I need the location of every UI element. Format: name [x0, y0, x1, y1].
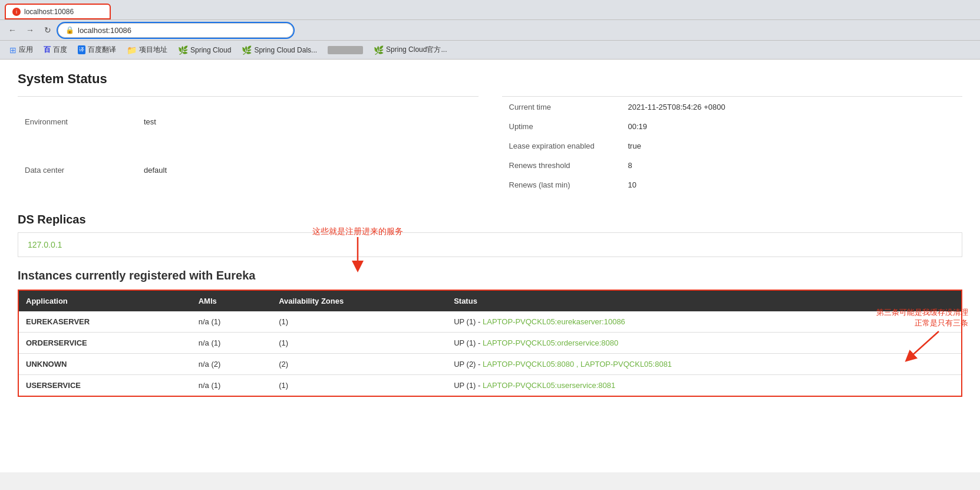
table-row: Current time 2021-11-25T08:54:26 +0800 [503, 98, 962, 116]
renews-threshold-label: Renews threshold [503, 156, 621, 175]
status-text: UP (1) - [454, 338, 483, 347]
address-bar[interactable]: 🔒 localhost:10086 [58, 23, 293, 38]
datacenter-label: Data center [19, 147, 137, 195]
lock-icon: 🔒 [65, 26, 74, 34]
active-tab[interactable]: i localhost:10086 [5, 4, 111, 19]
right-annotations: 第三条可能是我缓存没清理 正常是只有三条 [876, 307, 968, 364]
annotation-registered-text: 这些就是注册进来的服务 [312, 226, 403, 237]
bookmark-spring-cloud-official[interactable]: 🌿 Spring Cloud官方... [369, 43, 451, 57]
instances-table: Application AMIs Availability Zones Stat… [19, 291, 961, 396]
renews-lastmin-label: Renews (last min) [503, 176, 621, 194]
refresh-button[interactable]: ↻ [40, 22, 55, 38]
left-status-table: Environment test Data center default [18, 96, 479, 195]
browser-nav: ← → ↻ 🔒 localhost:10086 [0, 20, 980, 41]
env-label: Environment [19, 98, 137, 146]
table-row: ORDERSERVICE n/a (1) (1) UP (1) - LAPTOP… [19, 333, 961, 354]
env-value: test [138, 98, 477, 146]
translate-icon: 译 [78, 45, 85, 54]
ds-replicas-box: 127.0.0.1 [18, 232, 962, 257]
table-row: UNKNOWN n/a (2) (2) UP (2) - LAPTOP-PVQC… [19, 354, 961, 375]
renews-threshold-value: 8 [622, 156, 962, 175]
bookmark-translate[interactable]: 译 百度翻译 [73, 43, 121, 57]
current-time-label: Current time [503, 98, 621, 116]
replica-ip: 127.0.0.1 [28, 240, 62, 249]
app-amis: n/a (1) [192, 311, 272, 333]
app-name: USERSERVICE [19, 375, 192, 396]
bookmark-apps-label: 应用 [19, 45, 33, 55]
status-text: UP (1) - [454, 381, 483, 390]
col-amis: AMIs [192, 291, 272, 311]
grid-icon: ⊞ [9, 45, 17, 55]
col-application: Application [19, 291, 192, 311]
app-zones: (2) [272, 354, 447, 375]
annotation-arrow2 [903, 328, 951, 364]
table-row: Lease expiration enabled true [503, 137, 962, 155]
bookmark-spring-cloud-dals-label: Spring Cloud Dals... [254, 46, 317, 54]
instances-section: Application AMIs Availability Zones Stat… [18, 290, 962, 397]
table-row: Uptime 00:19 [503, 117, 962, 136]
address-url: localhost:10086 [78, 26, 131, 35]
app-zones: (1) [272, 333, 447, 354]
spring-icon-1: 🌿 [178, 45, 188, 55]
app-amis: n/a (1) [192, 375, 272, 396]
bookmark-spring-cloud[interactable]: 🌿 Spring Cloud [173, 44, 236, 57]
renews-lastmin-value: 10 [622, 176, 962, 194]
bookmark-baidu-label: 百度 [53, 45, 67, 55]
table-row: Data center default [19, 147, 477, 195]
uptime-label: Uptime [503, 117, 621, 136]
uptime-value: 00:19 [622, 117, 962, 136]
app-name: ORDERSERVICE [19, 333, 192, 354]
bookmark-project[interactable]: 📁 项目地址 [122, 43, 172, 57]
table-row: USERSERVICE n/a (1) (1) UP (1) - LAPTOP-… [19, 375, 961, 396]
bookmark-baidu[interactable]: 百 百度 [39, 43, 72, 57]
spring-icon-2: 🌿 [242, 45, 252, 55]
baidu-icon: 百 [44, 45, 51, 55]
system-status-title: System Status [18, 71, 962, 87]
status-link[interactable]: LAPTOP-PVQCKL05:8080 , LAPTOP-PVQCKL05:8… [483, 360, 672, 369]
status-link[interactable]: LAPTOP-PVQCKL05:userservice:8081 [483, 381, 615, 390]
app-status: UP (1) - LAPTOP-PVQCKL05:userservice:808… [447, 375, 961, 396]
page-content: System Status Environment test Data cent… [0, 60, 980, 472]
bookmark-project-label: 项目地址 [139, 45, 167, 55]
browser-chrome: i localhost:10086 [0, 0, 980, 20]
bookmark-spring-cloud-label: Spring Cloud [190, 46, 231, 54]
bookmark-translate-label: 百度翻译 [88, 45, 116, 55]
table-row: Environment test [19, 98, 477, 146]
spring-icon-3: 🌿 [374, 45, 384, 55]
bookmark-blurred[interactable] [323, 44, 368, 56]
app-zones: (1) [272, 375, 447, 396]
annotation-arrow-down [346, 237, 369, 272]
bookmarks-bar: ⊞ 应用 百 百度 译 百度翻译 📁 项目地址 🌿 Spring Cloud 🌿… [0, 41, 980, 60]
lease-value: true [622, 137, 962, 155]
table-row: Renews threshold 8 [503, 156, 962, 175]
right-status-table: Current time 2021-11-25T08:54:26 +0800 U… [502, 96, 963, 195]
table-row: Renews (last min) 10 [503, 176, 962, 194]
table-header-row: Application AMIs Availability Zones Stat… [19, 291, 961, 311]
app-zones: (1) [272, 311, 447, 333]
app-name: EUREKASERVER [19, 311, 192, 333]
status-text: UP (2) - [454, 360, 483, 369]
status-grid: Environment test Data center default Cur… [18, 96, 962, 195]
bookmark-spring-cloud-dals[interactable]: 🌿 Spring Cloud Dals... [237, 44, 322, 57]
forward-button[interactable]: → [22, 22, 38, 38]
svg-line-1 [909, 331, 939, 358]
status-link[interactable]: LAPTOP-PVQCKL05:orderservice:8080 [483, 338, 618, 347]
status-link[interactable]: LAPTOP-PVQCKL05:eurekaserver:10086 [483, 317, 625, 326]
browser-tabs: i localhost:10086 [5, 4, 975, 19]
bookmark-apps[interactable]: ⊞ 应用 [5, 43, 38, 57]
bookmark-spring-cloud-official-label: Spring Cloud官方... [386, 45, 447, 55]
lease-label: Lease expiration enabled [503, 137, 621, 155]
back-button[interactable]: ← [5, 22, 20, 38]
datacenter-value: default [138, 147, 477, 195]
status-text: UP (1) - [454, 317, 483, 326]
table-row: EUREKASERVER n/a (1) (1) UP (1) - LAPTOP… [19, 311, 961, 333]
tab-url: localhost:10086 [24, 8, 74, 16]
folder-icon: 📁 [127, 45, 137, 55]
app-name: UNKNOWN [19, 354, 192, 375]
app-amis: n/a (2) [192, 354, 272, 375]
instances-table-wrapper: Application AMIs Availability Zones Stat… [18, 290, 962, 397]
app-amis: n/a (1) [192, 333, 272, 354]
annotation-right2: 正常是只有三条 [915, 318, 968, 328]
col-zones: Availability Zones [272, 291, 447, 311]
tab-favicon: i [12, 8, 21, 16]
